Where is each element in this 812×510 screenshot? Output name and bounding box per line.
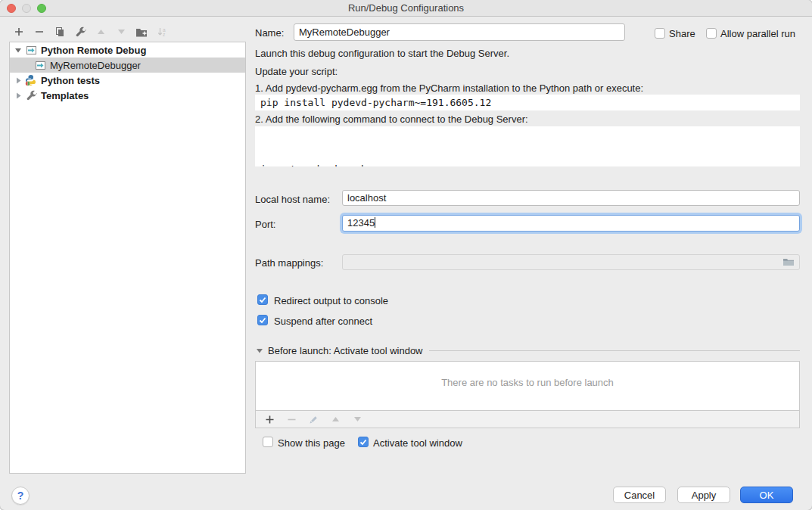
window-title: Run/Debug Configurations [348, 2, 464, 14]
local-host-label: Local host name: [255, 194, 330, 205]
name-label: Name: [255, 27, 284, 39]
remove-task-button[interactable] [285, 412, 298, 426]
move-up-icon[interactable] [94, 25, 107, 39]
before-launch-title: Before launch: Activate tool window [268, 345, 423, 356]
step1-text: 1. Add pydevd-pycharm.egg from the PyCha… [255, 82, 643, 94]
help-button[interactable]: ? [11, 487, 30, 505]
tree-item-python-remote-debug[interactable]: Python Remote Debug [10, 42, 245, 58]
empty-tasks-text: There are no tasks to run before launch [441, 377, 614, 388]
intro-text: Launch this debug configuration to start… [255, 48, 509, 59]
configurations-toolbar: az [12, 24, 169, 39]
collapse-icon[interactable] [257, 348, 263, 353]
add-task-button[interactable] [263, 412, 276, 426]
tree-item-label: Templates [41, 90, 89, 101]
update-script-text: Update your script: [255, 66, 338, 77]
close-window-button[interactable] [7, 4, 16, 13]
allow-parallel-run-label: Allow parallel run [720, 28, 795, 39]
name-input[interactable] [294, 23, 625, 41]
share-label: Share [669, 28, 695, 39]
edit-task-pencil-icon[interactable] [306, 412, 320, 426]
settrace-code: import pydevd_pycharm pydevd_pycharm.set… [255, 126, 800, 166]
move-down-icon[interactable] [114, 25, 128, 39]
cancel-button[interactable]: Cancel [613, 487, 666, 503]
suspend-after-connect-checkbox[interactable] [257, 315, 268, 325]
new-folder-icon[interactable] [135, 25, 148, 39]
templates-wrench-icon [25, 90, 37, 101]
activate-tool-window-label: Activate tool window [373, 437, 462, 449]
path-mappings-input[interactable] [342, 254, 800, 270]
tree-item-label: Python tests [41, 75, 100, 86]
redirect-output-checkbox[interactable] [257, 294, 268, 305]
allow-parallel-run-checkbox[interactable] [706, 28, 717, 39]
tree-item-templates[interactable]: Templates [10, 88, 245, 103]
remote-debug-config-icon [34, 61, 46, 70]
edit-templates-icon[interactable] [73, 25, 87, 39]
python-tests-icon [25, 74, 37, 86]
tree-item-myremotedebugger[interactable]: MyRemoteDebugger [10, 58, 245, 73]
before-launch-tasks-list: There are no tasks to run before launch [255, 361, 800, 411]
suspend-after-connect-label: Suspend after connect [274, 316, 372, 327]
port-input[interactable]: 12345 [342, 215, 800, 232]
ok-button[interactable]: OK [740, 487, 793, 503]
step2-text: 2. Add the following command to connect … [255, 114, 528, 125]
add-configuration-button[interactable] [12, 25, 26, 39]
pip-install-code: pip install pydevd-pycharm~=191.6605.12 [255, 95, 800, 110]
configurations-tree: Python Remote Debug MyRemoteDebugger Pyt… [9, 42, 246, 474]
titlebar: Run/Debug Configurations [0, 0, 812, 17]
apply-button[interactable]: Apply [677, 487, 730, 503]
show-this-page-checkbox[interactable] [263, 437, 273, 447]
minimize-window-button[interactable] [22, 4, 31, 13]
tasks-toolbar [255, 411, 800, 428]
svg-text:z: z [163, 32, 165, 37]
tree-item-python-tests[interactable]: Python tests [10, 73, 245, 88]
expand-icon[interactable] [14, 77, 22, 84]
show-this-page-label: Show this page [278, 437, 345, 449]
remote-debug-config-icon [25, 45, 37, 55]
move-task-up-icon[interactable] [328, 412, 342, 426]
header-divider [429, 350, 800, 351]
remove-configuration-button[interactable] [33, 25, 46, 39]
redirect-output-label: Redirect output to console [274, 295, 388, 306]
before-launch-header: Before launch: Activate tool window [257, 344, 800, 356]
browse-folder-icon[interactable] [782, 257, 795, 267]
run-debug-configurations-dialog: Run/Debug Configurations az Python Remot… [0, 0, 812, 510]
expand-icon[interactable] [14, 92, 22, 99]
copy-configuration-icon[interactable] [53, 25, 67, 39]
text-caret [375, 217, 375, 228]
tree-item-label: MyRemoteDebugger [50, 60, 141, 71]
activate-tool-window-checkbox[interactable] [358, 437, 369, 447]
sort-alphabetically-icon[interactable]: az [155, 25, 169, 39]
tree-item-label: Python Remote Debug [41, 45, 146, 56]
share-checkbox[interactable] [655, 28, 665, 39]
settrace-code-line1: import pydevd_pycharm [260, 161, 800, 166]
local-host-input[interactable] [342, 190, 800, 206]
zoom-window-button[interactable] [37, 4, 46, 13]
path-mappings-label: Path mappings: [255, 257, 323, 269]
move-task-down-icon[interactable] [350, 412, 364, 426]
collapse-icon[interactable] [14, 48, 22, 53]
port-label: Port: [255, 219, 275, 230]
